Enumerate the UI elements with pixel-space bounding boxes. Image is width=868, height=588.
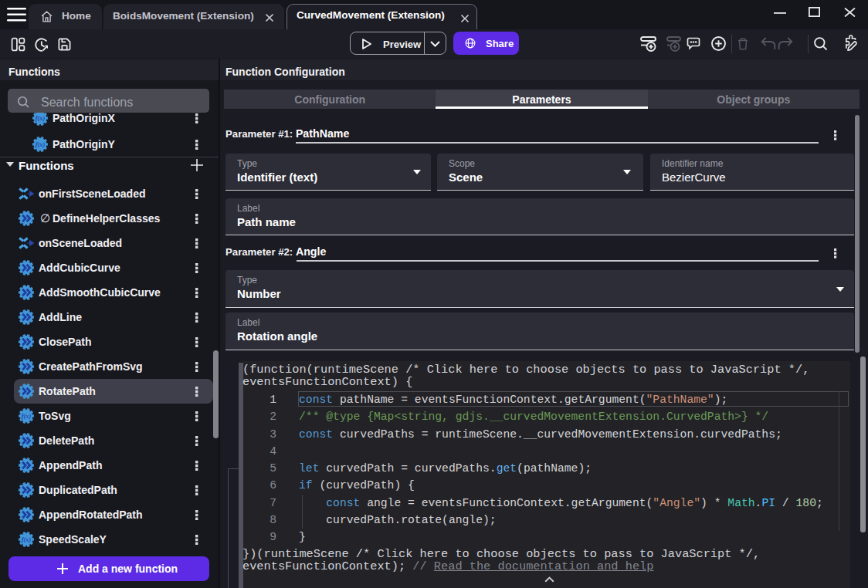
svg-text:f(x): f(x)	[22, 413, 32, 420]
svg-text:f(x): f(x)	[36, 141, 46, 148]
svg-text:f(x): f(x)	[36, 115, 46, 122]
svg-text:f(x): f(x)	[22, 536, 32, 543]
